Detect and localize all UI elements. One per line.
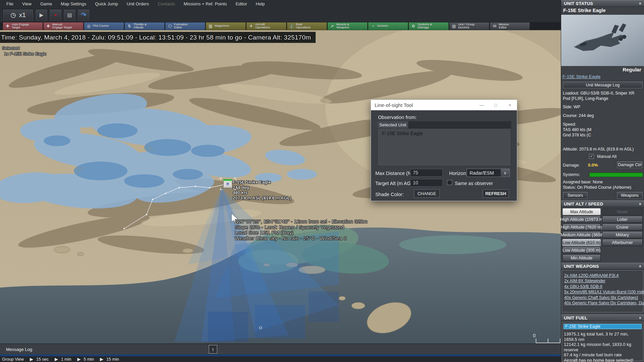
alt-low-610-button[interactable]: Low Altitude (610 m) — [562, 239, 601, 246]
magazines-label: Magazines — [215, 24, 229, 28]
speed-gnd: Gnd 378 kts (C — [563, 133, 643, 138]
max-distance-input[interactable]: 75 — [410, 169, 443, 177]
play-step-icon[interactable]: ▶ — [55, 357, 58, 362]
formation-editor-button[interactable]: ⬡ FormationEditor — [165, 22, 205, 30]
play-step-icon[interactable]: ▶ — [30, 357, 33, 362]
alt-low-305-button[interactable]: Low Altitude (305 m) — [562, 247, 601, 254]
change-button[interactable]: CHANGE — [414, 189, 440, 198]
manual-alt-checkbox[interactable]: ✓ — [589, 154, 594, 159]
interval-15sec[interactable]: 15 sec — [36, 357, 49, 362]
sensors-button-toolbar[interactable]: ◔ Sensors — [368, 22, 408, 30]
weapons-button[interactable]: Weapons — [617, 192, 643, 199]
dialog-title: Line-of-sight Tool — [375, 102, 413, 108]
collapse-icon[interactable]: » — [638, 265, 643, 267]
speed-loiter-button[interactable]: Loiter — [602, 216, 643, 223]
play-button[interactable]: ▶ — [35, 9, 48, 21]
recorder-button[interactable]: ▤ — [63, 9, 76, 21]
unit-weapons-header[interactable]: UNIT WEAPONS » — [561, 263, 644, 269]
weapon-link[interactable]: 40x Generic Chaff Salvo [8x Cartridges] — [564, 295, 643, 300]
auto-engage-icon: ✚ — [5, 24, 10, 28]
magazines-button[interactable]: ▥ Magazines — [206, 22, 246, 30]
speed-cruise-button[interactable]: Cruise — [602, 224, 643, 231]
right-sidebar: UNIT STATUS » F-15E Strike Eagle Regular… — [561, 0, 644, 362]
same-as-observer-checkbox[interactable] — [447, 180, 452, 185]
sensors-button[interactable]: Sensors — [563, 192, 588, 199]
weapon-link[interactable]: 4x GBU-53/B SDB-II — [564, 284, 643, 289]
menu-missions-ref-points[interactable]: Missions + Ref. Points — [179, 1, 231, 6]
throttle-altitude-button[interactable]: ⇅ Throttle &Altitude — [124, 22, 165, 30]
observer-list-item[interactable]: F-15E Strike Eagle — [378, 129, 511, 136]
message-log-bar[interactable]: Message Log — [0, 344, 561, 355]
collapse-icon[interactable]: » — [638, 202, 643, 205]
alt-high-10973-button[interactable]: High Altitude (10973 m — [562, 216, 601, 223]
expand-message-log-button[interactable]: ↑ — [209, 345, 217, 354]
alt-max-button[interactable]: Max Altitude — [562, 208, 601, 215]
chevron-down-icon[interactable]: ∨ — [501, 169, 509, 177]
aircraft-operations-button[interactable]: ✈ AircraftOperations — [246, 22, 286, 30]
interval-5min[interactable]: 5 min — [84, 357, 94, 362]
menu-file[interactable]: File — [2, 1, 18, 6]
close-icon[interactable]: × — [503, 100, 517, 110]
shade-color-label: Shade Color: — [375, 192, 404, 197]
status-text: Status: On Plotted Course (Airborne) — [563, 185, 643, 190]
unit-message-log-button[interactable]: Unit Message Log — [563, 81, 643, 88]
menu-view[interactable]: View — [18, 1, 36, 6]
unit-group-doctrine-button[interactable]: ▤ Unit / GroupDoctrine — [449, 22, 489, 30]
horizon-select[interactable]: Radar/ESM ∨ — [467, 169, 510, 177]
weapon-link[interactable]: 5x 20mm/85 M61A1 Vulcan Burst [100 rnds — [564, 289, 643, 295]
speed-afterburner-button[interactable]: Afterburner — [602, 239, 643, 246]
interval-1min[interactable]: 1 min — [61, 357, 71, 362]
selected-unit-text: 1x F-15E Strike Eagle — [4, 51, 46, 56]
time-compression-button[interactable]: ◷ x1 — [3, 9, 34, 21]
menu-game[interactable]: Game — [36, 1, 56, 6]
alt-min-button[interactable]: Min Altitude — [562, 254, 601, 261]
menu-quick-jump[interactable]: Quick Jump — [91, 1, 122, 6]
dialog-titlebar[interactable]: Line-of-sight Tool — □ × — [371, 100, 517, 110]
systems-damage-button[interactable]: ⚙ Systems &Damage — [409, 22, 449, 30]
plot-course-label: Plot Course — [93, 24, 109, 28]
speed-military-button[interactable]: Military — [602, 231, 643, 238]
record-icon: ● — [54, 12, 57, 17]
weapon-link[interactable]: 40x Generic Flare Salvo [3x Cartridges, … — [564, 300, 643, 306]
damage-ctrl-button[interactable]: Damage Ctrl — [617, 161, 643, 168]
collapse-icon[interactable]: » — [638, 2, 643, 5]
unit-alt-speed-header[interactable]: UNIT ALT / SPEED » — [561, 200, 644, 207]
plot-course-button[interactable]: ◎ Plot Course — [84, 22, 124, 30]
boat-operations-button[interactable]: ⚓ BoatOperations — [287, 22, 327, 30]
app-window: File View Game Map Settings Quick Jump U… — [0, 0, 644, 362]
fuel-selected-unit[interactable]: F-15E Strike Eagle — [564, 324, 642, 329]
collapse-icon[interactable]: » — [638, 316, 643, 319]
minimize-icon[interactable]: — — [475, 100, 489, 110]
group-view-label[interactable]: Group View — [2, 357, 24, 362]
record-button[interactable]: ● — [49, 9, 62, 21]
alt-medium-3658-button[interactable]: Medium Altitude (3658 — [562, 231, 601, 238]
jump-button[interactable]: ↷ — [77, 9, 90, 21]
interval-15min[interactable]: 15 min — [106, 357, 119, 362]
loadout-text: Loadout: GBU-53/B SDB-II, Sniper XR Pod … — [563, 91, 643, 101]
aircraft-icon: ✈ — [249, 24, 254, 28]
play-step-icon[interactable]: ▶ — [100, 357, 103, 362]
weapon-link[interactable]: 2x AIM-120D AMRAAM P3I.4 — [564, 273, 643, 278]
weapon-link[interactable]: 2x AIM-9X Sidewinder — [564, 278, 643, 284]
menu-unit-orders[interactable]: Unit Orders — [122, 1, 153, 6]
refresh-button[interactable]: REFRESH — [483, 189, 509, 198]
maximize-icon[interactable]: □ — [489, 100, 503, 110]
unit-status-header[interactable]: UNIT STATUS » — [561, 0, 644, 7]
unit-map-speed: 480 kts — [233, 190, 291, 195]
menu-map-settings[interactable]: Map Settings — [56, 1, 91, 6]
mounts-weapons-button[interactable]: ⇗ Mounts &Weapons — [327, 22, 368, 30]
manual-engage-target-button[interactable]: ✚ ManualEngage Target — [43, 22, 84, 30]
target-alt-input[interactable]: 10 — [410, 179, 443, 187]
play-step-icon[interactable]: ▶ — [77, 357, 81, 362]
tab-selected-unit[interactable]: Selected Unit — [377, 121, 408, 128]
unit-fuel-header[interactable]: UNIT FUEL » — [561, 314, 644, 321]
auto-engage-target-button[interactable]: ✚ Auto EngageTarget — [3, 22, 43, 30]
menu-editor[interactable]: Editor — [231, 1, 252, 6]
selected-label: Selected: — [2, 46, 20, 51]
menu-help[interactable]: Help — [252, 1, 269, 6]
mission-editor-button[interactable]: ✉ MissionEditor — [490, 22, 530, 30]
observer-listbox[interactable]: F-15E Strike Eagle — [377, 128, 511, 166]
alt-high-7620-button[interactable]: High Altitude (7620 m) — [562, 224, 601, 231]
main-toolbar: ✚ Auto EngageTarget ✚ ManualEngage Targe… — [0, 22, 564, 30]
unit-db-link[interactable]: F-15E Strike Eagle — [562, 74, 600, 79]
